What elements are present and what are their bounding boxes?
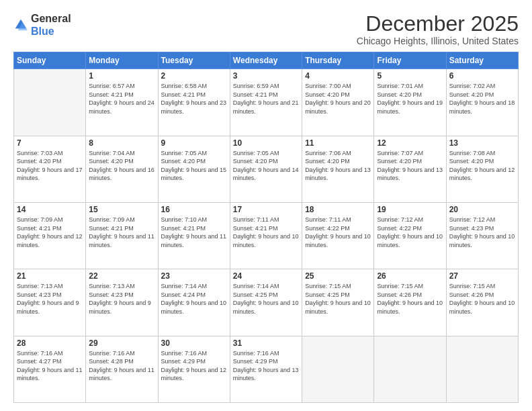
- day-number: 29: [89, 338, 154, 348]
- daylight-text: Daylight: 9 hours and 11 minutes.: [17, 367, 83, 382]
- calendar-cell: 26Sunrise: 7:15 AMSunset: 4:26 PMDayligh…: [374, 269, 446, 336]
- day-info: Sunrise: 7:03 AMSunset: 4:20 PMDaylight:…: [17, 149, 83, 183]
- sunrise-text: Sunrise: 7:10 AM: [161, 216, 208, 223]
- sunrise-text: Sunrise: 7:16 AM: [161, 350, 208, 357]
- sunrise-text: Sunrise: 7:09 AM: [17, 216, 63, 223]
- title-block: December 2025 Chicago Heights, Illinois,…: [357, 12, 519, 46]
- calendar-cell: 30Sunrise: 7:16 AMSunset: 4:29 PMDayligh…: [158, 336, 230, 402]
- sunrise-text: Sunrise: 7:14 AM: [233, 283, 279, 289]
- sunset-text: Sunset: 4:20 PM: [449, 91, 494, 98]
- day-info: Sunrise: 7:01 AMSunset: 4:20 PMDaylight:…: [377, 82, 443, 116]
- sunset-text: Sunset: 4:27 PM: [17, 358, 62, 365]
- daylight-text: Daylight: 9 hours and 10 minutes.: [233, 233, 299, 248]
- logo-icon: [13, 17, 28, 32]
- day-number: 26: [377, 271, 443, 281]
- calendar-week-2: 7Sunrise: 7:03 AMSunset: 4:20 PMDaylight…: [14, 136, 519, 202]
- page: General Blue December 2025 Chicago Heigh…: [0, 0, 532, 411]
- day-info: Sunrise: 7:13 AMSunset: 4:23 PMDaylight:…: [89, 282, 154, 316]
- day-info: Sunrise: 7:15 AMSunset: 4:25 PMDaylight:…: [305, 282, 371, 316]
- sunset-text: Sunset: 4:25 PM: [305, 291, 350, 298]
- daylight-text: Daylight: 9 hours and 16 minutes.: [89, 167, 154, 182]
- day-number: 24: [233, 271, 299, 281]
- day-info: Sunrise: 7:14 AMSunset: 4:25 PMDaylight:…: [233, 282, 299, 316]
- calendar-header-wednesday: Wednesday: [230, 52, 302, 69]
- calendar-cell: 3Sunrise: 6:59 AMSunset: 4:21 PMDaylight…: [230, 69, 302, 136]
- calendar-cell: 10Sunrise: 7:05 AMSunset: 4:20 PMDayligh…: [230, 136, 302, 202]
- month-title: December 2025: [357, 12, 519, 36]
- day-info: Sunrise: 7:16 AMSunset: 4:28 PMDaylight:…: [89, 349, 154, 383]
- day-info: Sunrise: 6:58 AMSunset: 4:21 PMDaylight:…: [161, 82, 227, 116]
- sunset-text: Sunset: 4:26 PM: [377, 291, 422, 298]
- daylight-text: Daylight: 9 hours and 13 minutes.: [377, 167, 443, 182]
- calendar-cell: 5Sunrise: 7:01 AMSunset: 4:20 PMDaylight…: [374, 69, 446, 136]
- day-number: 16: [161, 205, 227, 214]
- calendar-cell: 21Sunrise: 7:13 AMSunset: 4:23 PMDayligh…: [14, 269, 86, 336]
- day-number: 8: [89, 138, 154, 148]
- day-number: 25: [305, 271, 371, 281]
- daylight-text: Daylight: 9 hours and 9 minutes.: [17, 300, 79, 315]
- daylight-text: Daylight: 9 hours and 14 minutes.: [233, 167, 299, 182]
- day-info: Sunrise: 7:16 AMSunset: 4:27 PMDaylight:…: [17, 349, 83, 383]
- sunset-text: Sunset: 4:20 PM: [305, 91, 350, 98]
- daylight-text: Daylight: 9 hours and 10 minutes.: [233, 300, 299, 315]
- daylight-text: Daylight: 9 hours and 17 minutes.: [17, 167, 83, 182]
- daylight-text: Daylight: 9 hours and 15 minutes.: [161, 167, 227, 182]
- daylight-text: Daylight: 9 hours and 10 minutes.: [449, 300, 515, 315]
- sunrise-text: Sunrise: 7:16 AM: [17, 350, 63, 357]
- calendar-cell: 15Sunrise: 7:09 AMSunset: 4:21 PMDayligh…: [86, 202, 158, 269]
- day-number: 20: [449, 205, 515, 214]
- calendar-cell: 29Sunrise: 7:16 AMSunset: 4:28 PMDayligh…: [86, 336, 158, 402]
- day-info: Sunrise: 7:15 AMSunset: 4:26 PMDaylight:…: [449, 282, 515, 316]
- daylight-text: Daylight: 9 hours and 20 minutes.: [305, 99, 371, 115]
- day-info: Sunrise: 7:12 AMSunset: 4:22 PMDaylight:…: [377, 216, 443, 249]
- day-number: 2: [161, 71, 227, 81]
- calendar-header-saturday: Saturday: [446, 52, 518, 69]
- calendar-cell: 12Sunrise: 7:07 AMSunset: 4:20 PMDayligh…: [374, 136, 446, 202]
- sunset-text: Sunset: 4:23 PM: [89, 291, 134, 298]
- sunrise-text: Sunrise: 7:16 AM: [233, 350, 279, 357]
- day-number: 15: [89, 205, 154, 214]
- sunset-text: Sunset: 4:29 PM: [233, 358, 278, 365]
- sunset-text: Sunset: 4:29 PM: [161, 358, 206, 365]
- day-number: 14: [17, 205, 83, 214]
- sunrise-text: Sunrise: 7:13 AM: [17, 283, 63, 289]
- sunrise-text: Sunrise: 7:15 AM: [449, 283, 496, 289]
- calendar-cell: 18Sunrise: 7:11 AMSunset: 4:22 PMDayligh…: [302, 202, 374, 269]
- calendar-cell: 2Sunrise: 6:58 AMSunset: 4:21 PMDaylight…: [158, 69, 230, 136]
- day-number: 1: [89, 71, 154, 81]
- sunrise-text: Sunrise: 7:14 AM: [161, 283, 208, 289]
- sunrise-text: Sunrise: 7:00 AM: [305, 83, 351, 89]
- sunset-text: Sunset: 4:20 PM: [161, 158, 206, 165]
- daylight-text: Daylight: 9 hours and 24 minutes.: [89, 99, 154, 115]
- sunset-text: Sunset: 4:24 PM: [161, 291, 206, 298]
- calendar-cell: [302, 336, 374, 402]
- calendar-cell: 4Sunrise: 7:00 AMSunset: 4:20 PMDaylight…: [302, 69, 374, 136]
- sunset-text: Sunset: 4:21 PM: [17, 225, 62, 232]
- day-number: 3: [233, 71, 299, 81]
- calendar-header-friday: Friday: [374, 52, 446, 69]
- sunrise-text: Sunrise: 7:03 AM: [17, 150, 63, 156]
- daylight-text: Daylight: 9 hours and 11 minutes.: [161, 233, 227, 248]
- calendar-cell: 16Sunrise: 7:10 AMSunset: 4:21 PMDayligh…: [158, 202, 230, 269]
- sunrise-text: Sunrise: 7:05 AM: [161, 150, 208, 156]
- sunset-text: Sunset: 4:21 PM: [89, 91, 134, 98]
- daylight-text: Daylight: 9 hours and 13 minutes.: [233, 367, 299, 382]
- calendar-cell: 22Sunrise: 7:13 AMSunset: 4:23 PMDayligh…: [86, 269, 158, 336]
- calendar-cell: 24Sunrise: 7:14 AMSunset: 4:25 PMDayligh…: [230, 269, 302, 336]
- daylight-text: Daylight: 9 hours and 19 minutes.: [377, 99, 443, 115]
- daylight-text: Daylight: 9 hours and 10 minutes.: [161, 300, 227, 315]
- day-info: Sunrise: 7:16 AMSunset: 4:29 PMDaylight:…: [161, 349, 227, 383]
- calendar-cell: 14Sunrise: 7:09 AMSunset: 4:21 PMDayligh…: [14, 202, 86, 269]
- day-info: Sunrise: 7:14 AMSunset: 4:24 PMDaylight:…: [161, 282, 227, 316]
- calendar-cell: 23Sunrise: 7:14 AMSunset: 4:24 PMDayligh…: [158, 269, 230, 336]
- daylight-text: Daylight: 9 hours and 9 minutes.: [89, 300, 151, 315]
- day-info: Sunrise: 7:09 AMSunset: 4:21 PMDaylight:…: [17, 216, 83, 249]
- sunrise-text: Sunrise: 7:13 AM: [89, 283, 135, 289]
- calendar-cell: [374, 336, 446, 402]
- calendar-week-1: 1Sunrise: 6:57 AMSunset: 4:21 PMDaylight…: [14, 69, 519, 136]
- sunrise-text: Sunrise: 7:05 AM: [233, 150, 279, 156]
- day-info: Sunrise: 7:08 AMSunset: 4:20 PMDaylight:…: [449, 149, 515, 183]
- daylight-text: Daylight: 9 hours and 23 minutes.: [161, 99, 227, 115]
- sunset-text: Sunset: 4:26 PM: [449, 291, 494, 298]
- day-number: 12: [377, 138, 443, 148]
